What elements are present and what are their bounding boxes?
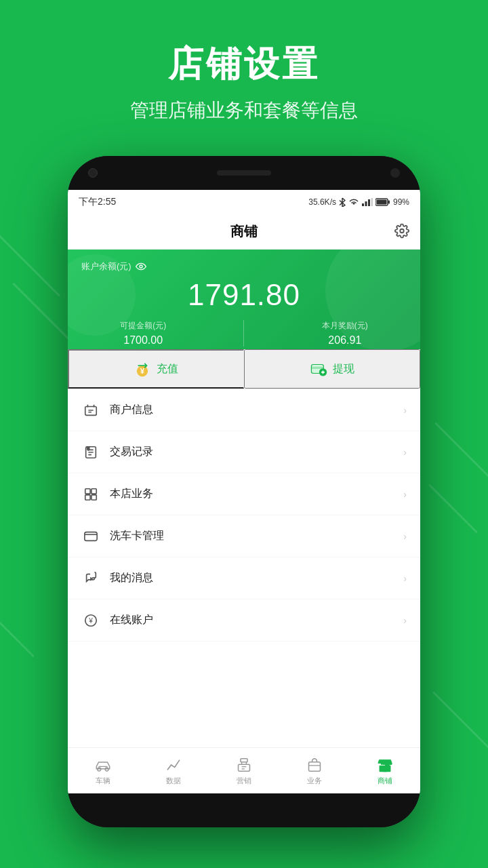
- data-tab-icon: [165, 756, 182, 774]
- battery-pct: 99%: [393, 197, 409, 207]
- store-tab-icon: [376, 756, 394, 774]
- menu-item-message[interactable]: 我的消息 ›: [68, 557, 420, 599]
- svg-rect-19: [85, 494, 90, 499]
- store-service-arrow: ›: [403, 489, 407, 500]
- data-tab-label: 数据: [166, 776, 181, 786]
- svg-rect-28: [309, 762, 321, 771]
- menu-item-transaction[interactable]: ¥ 交易记录 ›: [68, 431, 420, 473]
- svg-rect-1: [365, 201, 367, 206]
- phone-camera: [88, 168, 98, 178]
- withdraw-icon: [310, 360, 327, 378]
- svg-rect-30: [383, 767, 388, 772]
- phone-sensor: [390, 168, 400, 178]
- page-title-area: 店铺设置 管理店铺业务和套餐等信息: [0, 41, 488, 123]
- menu-list: 商户信息 › ¥ 交易记录 ›: [68, 389, 420, 747]
- account-amount: 1791.80: [81, 278, 407, 312]
- svg-point-8: [140, 265, 142, 268]
- svg-rect-5: [388, 201, 390, 204]
- phone-shell: 下午2:55 35.6K/s 99% 商铺 账户余额(: [68, 156, 420, 827]
- svg-point-25: [105, 768, 108, 771]
- message-label: 我的消息: [110, 571, 403, 585]
- menu-item-store-service[interactable]: 本店业务 ›: [68, 473, 420, 515]
- merchant-info-icon: [81, 401, 100, 420]
- bonus-detail: 本月奖励(元) 206.91: [322, 320, 368, 347]
- network-speed: 35.6K/s: [308, 197, 336, 207]
- page-subtitle: 管理店铺业务和套餐等信息: [0, 98, 488, 123]
- svg-rect-26: [241, 758, 247, 762]
- status-bar: 下午2:55 35.6K/s 99%: [68, 190, 420, 214]
- svg-rect-20: [92, 494, 96, 499]
- svg-point-7: [400, 229, 404, 233]
- store-service-icon: [81, 485, 100, 504]
- page-title: 店铺设置: [0, 41, 488, 88]
- withdrawable-value: 1700.00: [123, 334, 163, 347]
- tab-store[interactable]: 商铺: [350, 748, 420, 793]
- account-label: 账户余额(元): [81, 260, 131, 273]
- tab-marketing[interactable]: 营销: [209, 748, 279, 793]
- status-right: 35.6K/s 99%: [308, 197, 409, 207]
- bluetooth-icon: [339, 197, 346, 207]
- carwash-arrow: ›: [403, 531, 407, 542]
- merchant-info-label: 商户信息: [110, 403, 403, 417]
- message-arrow: ›: [403, 573, 407, 584]
- svg-text:¥: ¥: [140, 367, 145, 375]
- account-card: 账户余额(元) 1791.80 可提金额(元) 1700.00 本月奖励(元): [68, 250, 420, 349]
- vehicle-tab-label: 车辆: [96, 776, 110, 786]
- svg-rect-2: [368, 199, 370, 206]
- online-account-icon: ¥: [81, 611, 100, 630]
- svg-text:¥: ¥: [87, 446, 90, 451]
- message-icon: [81, 569, 100, 588]
- store-service-label: 本店业务: [110, 487, 403, 501]
- phone-screen: 下午2:55 35.6K/s 99% 商铺 账户余额(: [68, 190, 420, 793]
- account-label-row: 账户余额(元): [81, 260, 407, 273]
- status-time: 下午2:55: [79, 196, 116, 208]
- menu-item-merchant-info[interactable]: 商户信息 ›: [68, 389, 420, 431]
- store-tab-label: 商铺: [378, 776, 392, 786]
- menu-item-carwash[interactable]: 洗车卡管理 ›: [68, 515, 420, 557]
- svg-rect-0: [362, 203, 364, 206]
- tab-business[interactable]: 业务: [279, 748, 350, 793]
- recharge-button[interactable]: ¥ 充值: [68, 349, 244, 389]
- bonus-value: 206.91: [328, 334, 361, 347]
- transaction-label: 交易记录: [110, 445, 403, 459]
- business-tab-label: 业务: [307, 776, 322, 786]
- svg-rect-17: [85, 488, 90, 493]
- action-buttons: ¥ 充值 提现: [68, 349, 420, 389]
- online-account-label: 在线账户: [110, 613, 403, 627]
- svg-rect-3: [371, 198, 373, 206]
- svg-text:¥: ¥: [88, 616, 93, 624]
- signal-icon: [362, 198, 373, 206]
- bottom-tab-bar: 车辆 数据 营销: [68, 747, 420, 793]
- phone-top-bar: [68, 156, 420, 190]
- bonus-label: 本月奖励(元): [322, 320, 368, 332]
- marketing-tab-label: 营销: [237, 776, 251, 786]
- account-details: 可提金额(元) 1700.00 本月奖励(元) 206.91: [81, 320, 407, 349]
- withdrawable-label: 可提金额(元): [120, 320, 166, 332]
- online-account-arrow: ›: [403, 615, 407, 626]
- tab-data[interactable]: 数据: [138, 748, 209, 793]
- withdraw-button[interactable]: 提现: [244, 349, 421, 389]
- svg-point-24: [98, 768, 101, 771]
- wifi-icon: [348, 198, 359, 206]
- menu-item-online-account[interactable]: ¥ 在线账户 ›: [68, 599, 420, 642]
- phone-speaker: [217, 170, 271, 176]
- withdrawable-detail: 可提金额(元) 1700.00: [120, 320, 166, 347]
- eye-icon[interactable]: [136, 261, 146, 272]
- svg-rect-27: [239, 764, 250, 771]
- marketing-tab-icon: [235, 756, 253, 774]
- battery-icon: [375, 198, 390, 206]
- settings-icon: [394, 223, 409, 238]
- nav-bar: 商铺: [68, 214, 420, 250]
- merchant-info-arrow: ›: [403, 405, 407, 416]
- settings-button[interactable]: [394, 223, 409, 240]
- recharge-label: 充值: [157, 362, 178, 376]
- svg-rect-14: [85, 406, 97, 415]
- nav-title: 商铺: [230, 222, 258, 241]
- transaction-icon: ¥: [81, 443, 100, 462]
- recharge-icon: ¥: [134, 360, 151, 378]
- account-divider: [243, 320, 244, 347]
- tab-vehicle[interactable]: 车辆: [68, 748, 138, 793]
- carwash-icon: [81, 527, 100, 546]
- vehicle-tab-icon: [94, 756, 112, 774]
- phone-bottom-bar: [68, 793, 420, 827]
